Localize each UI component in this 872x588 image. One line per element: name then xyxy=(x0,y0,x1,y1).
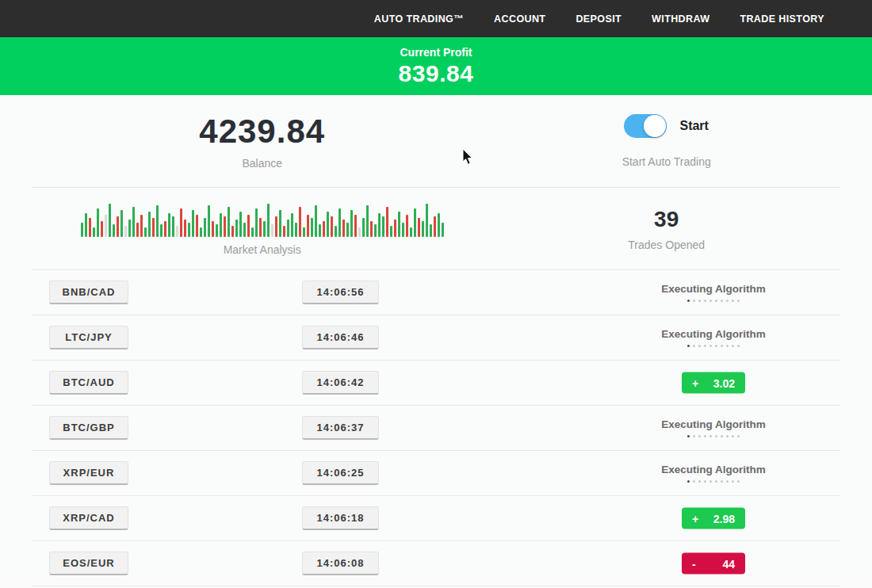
executing-algorithm-label: Executing Algorithm xyxy=(661,283,766,295)
time-badge[interactable]: 14:06:46 xyxy=(302,326,379,349)
pair-badge[interactable]: BTC/GBP xyxy=(49,416,128,440)
market-bar xyxy=(208,205,210,237)
result-amount: 3.02 xyxy=(713,376,735,389)
market-bar xyxy=(235,220,238,237)
market-bar xyxy=(97,208,99,237)
pair-badge[interactable]: XRP/CAD xyxy=(49,506,128,530)
market-bar xyxy=(239,212,242,237)
trade-status: +3.02 xyxy=(587,372,840,394)
market-bar xyxy=(259,218,262,237)
pair-badge[interactable]: XRP/EUR xyxy=(49,461,128,485)
pair-badge[interactable]: BNB/CAD xyxy=(49,281,128,304)
market-bar xyxy=(176,226,178,237)
market-bar xyxy=(156,205,159,237)
market-bar xyxy=(299,207,301,237)
time-badge[interactable]: 14:06:08 xyxy=(302,552,379,575)
market-bar xyxy=(148,212,151,237)
market-bar xyxy=(390,226,392,237)
market-bar xyxy=(418,218,420,237)
time-badge[interactable]: 14:06:18 xyxy=(302,506,379,530)
market-bar xyxy=(216,224,218,237)
market-bar xyxy=(366,205,369,237)
progress-dots xyxy=(687,480,740,483)
loss-badge: -44 xyxy=(682,553,745,575)
executing-algorithm-label: Executing Algorithm xyxy=(661,418,766,430)
time-badge[interactable]: 14:06:56 xyxy=(302,281,379,304)
balance-cell: 4239.84 Balance xyxy=(32,95,492,187)
market-bar xyxy=(164,221,166,237)
market-bar xyxy=(267,204,270,237)
profit-badge: +3.02 xyxy=(682,372,745,394)
trade-status: +2.98 xyxy=(587,508,840,529)
market-bar xyxy=(247,215,250,237)
trades-opened-cell: 39 Trades Opened xyxy=(492,188,840,269)
market-bar xyxy=(251,227,254,237)
market-bar xyxy=(144,227,147,237)
market-bar xyxy=(168,213,170,237)
result-sign: - xyxy=(692,557,696,570)
market-bar xyxy=(152,218,155,237)
current-profit-value: 839.84 xyxy=(399,60,474,87)
pair-badge[interactable]: BTC/AUD xyxy=(49,371,128,395)
nav-account[interactable]: ACCOUNT xyxy=(494,13,545,25)
market-bar xyxy=(338,208,341,237)
market-bar xyxy=(386,207,388,237)
stats-row-market: Market Analysis 39 Trades Opened xyxy=(32,188,840,270)
market-bar xyxy=(160,224,163,237)
current-profit-label: Current Profit xyxy=(400,46,472,59)
nav-withdraw[interactable]: WITHDRAW xyxy=(652,13,709,25)
market-bar xyxy=(402,223,404,237)
market-bar xyxy=(422,221,424,237)
pair-badge[interactable]: LTC/JPY xyxy=(49,326,128,349)
profit-badge: +2.98 xyxy=(682,508,745,529)
market-bar xyxy=(128,220,131,237)
market-bar xyxy=(224,216,226,237)
trade-status: Executing Algorithm xyxy=(587,328,840,347)
market-bar xyxy=(350,210,353,237)
market-bar xyxy=(346,223,349,237)
market-bar xyxy=(132,207,135,237)
market-bar xyxy=(228,207,230,237)
market-bar xyxy=(85,213,87,237)
market-bar xyxy=(283,226,285,237)
market-bar xyxy=(93,227,95,237)
trade-row: BNB/CAD 14:06:56 Executing Algorithm xyxy=(32,270,840,315)
market-bar xyxy=(354,215,357,237)
market-bar xyxy=(124,226,127,237)
market-bar xyxy=(287,220,289,237)
market-bar xyxy=(442,223,444,237)
toggle-knob xyxy=(644,115,666,137)
trade-row: BTC/GBP 14:06:37 Executing Algorithm xyxy=(32,406,840,451)
market-bar xyxy=(291,213,293,237)
market-bar xyxy=(120,210,123,237)
time-badge[interactable]: 14:06:25 xyxy=(302,461,379,485)
market-bar xyxy=(406,215,408,237)
trade-row: XRP/CAD 14:06:18 +2.98 xyxy=(32,496,840,541)
market-bar xyxy=(335,226,337,237)
market-analysis-label: Market Analysis xyxy=(224,243,301,256)
market-bar xyxy=(378,213,381,237)
nav-deposit[interactable]: DEPOSIT xyxy=(576,13,621,25)
trade-row: LTC/JPY 14:06:46 Executing Algorithm xyxy=(32,315,840,361)
market-bar xyxy=(89,218,91,237)
market-bar xyxy=(311,218,313,237)
nav-trade-history[interactable]: TRADE HISTORY xyxy=(740,13,824,25)
trade-row: XRP/EUR 14:06:25 Executing Algorithm xyxy=(32,451,840,496)
time-badge[interactable]: 14:06:37 xyxy=(302,416,379,440)
market-bar xyxy=(307,215,309,237)
market-bar xyxy=(196,215,198,237)
trade-status: -44 xyxy=(587,553,840,575)
progress-dots xyxy=(687,300,740,302)
market-bar xyxy=(331,216,333,237)
top-navbar: AUTO TRADING™ ACCOUNT DEPOSIT WITHDRAW T… xyxy=(0,0,872,37)
market-bar xyxy=(315,205,317,237)
nav-auto-trading[interactable]: AUTO TRADING™ xyxy=(374,13,464,25)
time-badge[interactable]: 14:06:42 xyxy=(302,371,379,395)
auto-trading-toggle[interactable] xyxy=(624,114,667,138)
trades-opened-label: Trades Opened xyxy=(628,239,705,251)
current-profit-banner: Current Profit 839.84 xyxy=(0,37,872,95)
progress-dots xyxy=(687,345,740,347)
market-bar xyxy=(204,218,206,237)
result-amount: 44 xyxy=(722,557,735,570)
pair-badge[interactable]: EOS/EUR xyxy=(49,552,128,575)
